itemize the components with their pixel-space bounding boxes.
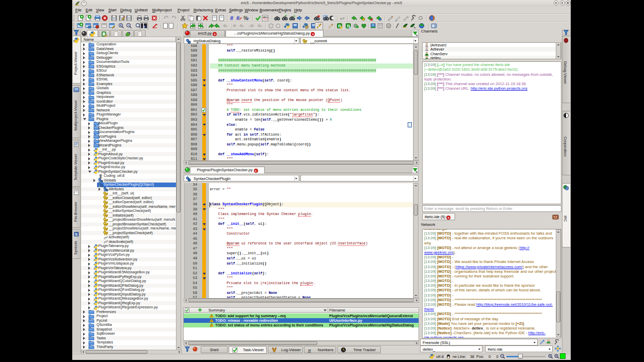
svg-text:S: S [75,232,78,237]
svg-text:abc: abc [263,15,268,19]
svg-text:#: # [236,15,239,21]
svg-text:#: # [230,15,233,21]
svg-text:%: % [244,15,248,21]
svg-text:π: π [308,347,312,353]
